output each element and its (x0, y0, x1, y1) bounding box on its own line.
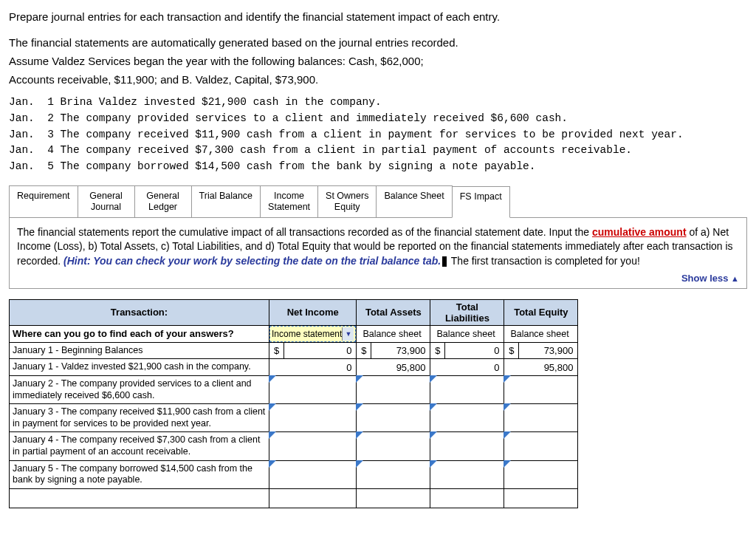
answer-total-assets: Balance sheet (357, 325, 430, 342)
input-equity[interactable] (504, 404, 578, 432)
input-assets[interactable] (357, 375, 430, 403)
col-transaction: Transaction: (10, 299, 269, 325)
instruction-line: The financial statements are automatical… (9, 35, 747, 50)
tab-fs-impact[interactable]: FS Impact (452, 186, 510, 218)
input-liab[interactable] (430, 460, 504, 488)
cell-assets: $73,900 (357, 342, 430, 359)
col-total-equity: Total Equity (504, 299, 578, 325)
tab-balance-sheet[interactable]: Balance Sheet (376, 185, 452, 217)
answers-question: Where can you go to find each of your an… (10, 325, 269, 342)
tab-requirement[interactable]: Requirement (9, 185, 78, 217)
table-row (10, 488, 578, 508)
tab-general-ledger[interactable]: General Ledger (134, 185, 192, 217)
input-assets[interactable] (357, 460, 430, 488)
table-row: January 1 - Beginning Balances $0 $73,90… (10, 342, 578, 359)
show-less-toggle[interactable]: Show less ▲ (17, 272, 739, 285)
answer-total-liab: Balance sheet (430, 325, 504, 342)
tab-trial-balance[interactable]: Trial Balance (191, 185, 261, 217)
cell-assets: 95,800 (357, 359, 430, 376)
hint-panel: The financial statements report the cumu… (9, 218, 747, 289)
input-equity[interactable] (504, 375, 578, 403)
input-net-income[interactable] (269, 460, 357, 488)
worksheet-tabs: Requirement General Journal General Ledg… (9, 185, 747, 218)
input-liab[interactable] (430, 432, 504, 460)
tab-owners-equity[interactable]: St Owners Equity (317, 185, 377, 217)
instruction-line: Prepare journal entries for each transac… (9, 9, 747, 24)
input-equity[interactable] (504, 460, 578, 488)
input-net-income[interactable] (269, 432, 357, 460)
input-net-income[interactable] (269, 375, 357, 403)
tab-income-statement[interactable]: Income Statement (260, 185, 318, 217)
col-net-income: Net Income (269, 299, 357, 325)
hint-blue: (Hint: You can check your work by select… (63, 255, 441, 267)
input-net-income[interactable] (269, 404, 357, 432)
input-assets[interactable] (357, 404, 430, 432)
answer-dropdown-net-income[interactable]: Income statement▼ (269, 325, 357, 342)
instruction-line: Assume Valdez Services began the year wi… (9, 53, 747, 69)
table-row: January 4 - The company received $7,300 … (10, 432, 578, 460)
input-assets[interactable] (357, 432, 430, 460)
answer-total-equity: Balance sheet (504, 325, 578, 342)
table-row: January 2 - The company provided service… (10, 375, 578, 403)
table-row: January 1 - Valdez invested $21,900 cash… (10, 359, 578, 376)
cell-equity: $73,900 (504, 342, 578, 359)
cell-net-income: 0 (269, 359, 357, 376)
chevron-down-icon: ▼ (342, 327, 354, 341)
col-total-liabilities: Total Liabilities (430, 299, 504, 325)
chevron-up-icon: ▲ (731, 274, 739, 283)
text-cursor (442, 256, 447, 267)
cell-net-income: $0 (269, 342, 357, 359)
input-equity[interactable] (504, 432, 578, 460)
col-total-assets: Total Assets (357, 299, 430, 325)
tab-general-journal[interactable]: General Journal (78, 185, 135, 217)
table-row: January 3 - The company received $11,900… (10, 404, 578, 432)
cell-liab: $0 (430, 342, 504, 359)
problem-instructions: Prepare journal entries for each transac… (9, 9, 747, 87)
input-liab[interactable] (430, 375, 504, 403)
hint-emphasis: cumulative amount (592, 226, 687, 238)
journal-transactions: Jan. 1 Brina Valdez invested $21,900 cas… (9, 95, 747, 175)
cell-liab: 0 (430, 359, 504, 376)
cell-equity: 95,800 (504, 359, 578, 376)
input-liab[interactable] (430, 404, 504, 432)
table-row: January 5 - The company borrowed $14,500… (10, 460, 578, 488)
fs-impact-table: Transaction: Net Income Total Assets Tot… (9, 299, 578, 508)
instruction-line: Accounts receivable, $11,900; and B. Val… (9, 72, 747, 87)
